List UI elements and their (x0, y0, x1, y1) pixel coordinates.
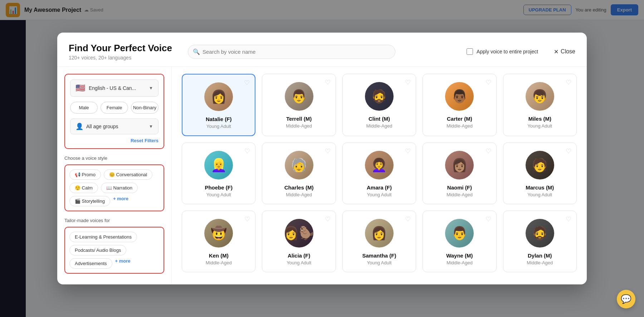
tailor-label: Tailor-made voices for (64, 218, 164, 223)
voice-name: Ken (M) (188, 253, 249, 259)
voice-card-natalie[interactable]: ♡ 👩 Natalie (F) Young Adult (182, 74, 255, 136)
tailor-podcasts-button[interactable]: Podcasts/ Audio Blogs (69, 245, 126, 255)
avatar: 👨🏾 (445, 82, 474, 111)
modal-subtitle: 120+ voices, 20+ languages (69, 55, 172, 61)
voice-style-section: Choose a voice style 📢 Promo 😊 Conversat… (64, 155, 164, 211)
tailor-ads-button[interactable]: Advertisements (69, 258, 112, 269)
age-dropdown[interactable]: 👤 All age groups ▼ (70, 119, 158, 134)
voice-card-phoebe[interactable]: ♡ 👱‍♀️ Phoebe (F) Young Adult (182, 143, 255, 204)
favorite-icon[interactable]: ♡ (325, 78, 331, 86)
voice-card-amara[interactable]: ♡ 👩‍🦱 Amara (F) Young Adult (342, 143, 416, 204)
voice-card-carter[interactable]: ♡ 👨🏾 Carter (M) Middle-Aged (423, 74, 496, 136)
style-storytelling-button[interactable]: 🎬 Storytelling (69, 196, 110, 206)
search-bar: 🔍 (188, 45, 395, 59)
favorite-icon[interactable]: ♡ (486, 147, 491, 155)
apply-voice-block: Apply voice to entire project (467, 48, 538, 55)
tailor-more-link[interactable]: + more (115, 258, 131, 269)
voice-age: Middle-Aged (429, 260, 490, 265)
language-label: English - US & Can... (89, 85, 145, 91)
style-more-link[interactable]: + more (113, 196, 128, 206)
style-tags: 📢 Promo 😊 Conversational 😌 Calm 📖 Narrat… (69, 169, 159, 206)
language-dropdown[interactable]: 🇺🇸 English - US & Can... ▼ (70, 80, 158, 97)
style-narration-button[interactable]: 📖 Narration (101, 183, 138, 193)
voice-name: Charles (M) (268, 184, 330, 191)
gender-male-button[interactable]: Male (70, 102, 98, 114)
style-promo-button[interactable]: 📢 Promo (69, 169, 101, 180)
avatar: 👨 (285, 82, 313, 111)
search-input[interactable] (188, 45, 395, 59)
voice-age: Young Adult (348, 192, 410, 197)
favorite-icon[interactable]: ♡ (244, 79, 250, 87)
filter-section: 🇺🇸 English - US & Can... ▼ Male Female N… (64, 74, 164, 149)
voice-card-charles[interactable]: ♡ 🧓 Charles (M) Middle-Aged (262, 143, 336, 204)
voice-card-marcus[interactable]: ♡ 🧑 Marcus (M) Young Adult (503, 143, 577, 204)
voice-style-label: Choose a voice style (64, 155, 164, 161)
avatar: 👩 (365, 219, 394, 248)
voice-age: Young Adult (268, 260, 330, 265)
voice-age: Middle-Aged (268, 192, 330, 197)
voices-grid: ♡ 👩 Natalie (F) Young Adult ♡ 👨 Terrell … (172, 67, 587, 284)
voice-name: Dylan (M) (509, 253, 571, 259)
avatar: 👩🏽 (445, 151, 474, 179)
gender-filters: Male Female Non-Binary (70, 102, 158, 114)
avatar: 🧑 (526, 151, 554, 179)
favorite-icon[interactable]: ♡ (325, 215, 331, 223)
tailor-elearning-button[interactable]: E-Learning & Presentations (69, 232, 137, 242)
gender-female-button[interactable]: Female (101, 102, 128, 114)
style-conversational-button[interactable]: 😊 Conversational (104, 169, 152, 180)
voice-card-clint[interactable]: ♡ 🧔 Clint (M) Middle-Aged (342, 74, 416, 136)
chat-bubble[interactable]: 💬 (617, 290, 635, 308)
left-panel: 🇺🇸 English - US & Can... ▼ Male Female N… (57, 67, 172, 284)
favorite-icon[interactable]: ♡ (244, 215, 250, 223)
favorite-icon[interactable]: ♡ (486, 215, 491, 223)
voice-name: Amara (F) (348, 184, 410, 191)
voice-name: Terrell (M) (268, 116, 330, 122)
avatar: 👱‍♀️ (204, 151, 233, 179)
voice-age: Middle-Aged (188, 260, 249, 265)
avatar: 👩 (204, 82, 233, 111)
voice-card-miles[interactable]: ♡ 👦 Miles (M) Young Adult (503, 74, 577, 136)
tailor-tags-box: E-Learning & Presentations Podcasts/ Aud… (64, 227, 164, 274)
voice-age: Middle-Aged (429, 192, 490, 197)
favorite-icon[interactable]: ♡ (566, 147, 571, 155)
age-chevron-icon: ▼ (149, 124, 153, 129)
favorite-icon[interactable]: ♡ (566, 215, 571, 223)
voice-card-alicia[interactable]: ♡ 👩‍🦫 Alicia (F) Young Adult (262, 211, 336, 272)
voice-age: Young Adult (188, 192, 249, 197)
avatar: 🧔 (526, 219, 554, 248)
modal-title-block: Find Your Perfect Voice 120+ voices, 20+… (69, 43, 172, 61)
voice-age: Young Adult (509, 192, 571, 197)
voice-card-wayne[interactable]: ♡ 👨 Wayne (M) Middle-Aged (423, 211, 496, 272)
style-tags-box: 📢 Promo 😊 Conversational 😌 Calm 📖 Narrat… (64, 164, 164, 211)
favorite-icon[interactable]: ♡ (325, 147, 331, 155)
voice-card-terrell[interactable]: ♡ 👨 Terrell (M) Middle-Aged (262, 74, 336, 136)
modal-overlay: Find Your Perfect Voice 120+ voices, 20+… (0, 0, 644, 317)
avatar: 🧔 (365, 82, 394, 111)
reset-filters-link[interactable]: Reset Filters (70, 138, 158, 143)
favorite-icon[interactable]: ♡ (244, 147, 250, 155)
voice-age: Young Adult (509, 123, 571, 129)
voice-card-naomi[interactable]: ♡ 👩🏽 Naomi (F) Middle-Aged (423, 143, 496, 204)
favorite-icon[interactable]: ♡ (405, 78, 411, 86)
gender-nonbinary-button[interactable]: Non-Binary (131, 102, 158, 114)
voice-age: Middle-Aged (348, 123, 410, 129)
close-button[interactable]: ✕ Close (554, 48, 575, 55)
favorite-icon[interactable]: ♡ (405, 147, 411, 155)
voice-card-ken[interactable]: ♡ 🤠 Ken (M) Middle-Aged (182, 211, 255, 272)
voice-name: Clint (M) (348, 116, 410, 122)
favorite-icon[interactable]: ♡ (566, 78, 571, 86)
favorite-icon[interactable]: ♡ (405, 215, 411, 223)
voice-age: Middle-Aged (268, 123, 330, 129)
apply-voice-checkbox[interactable] (467, 48, 473, 55)
avatar: 👦 (526, 82, 554, 111)
voice-name: Natalie (F) (188, 116, 249, 122)
voice-card-samantha[interactable]: ♡ 👩 Samantha (F) Young Adult (342, 211, 416, 272)
voice-picker-modal: Find Your Perfect Voice 120+ voices, 20+… (57, 33, 587, 284)
voice-name: Wayne (M) (429, 253, 490, 259)
voice-card-dylan[interactable]: ♡ 🧔 Dylan (M) Middle-Aged (503, 211, 577, 272)
flag-icon: 🇺🇸 (75, 83, 85, 93)
tailor-tags: E-Learning & Presentations Podcasts/ Aud… (69, 232, 159, 269)
favorite-icon[interactable]: ♡ (486, 78, 491, 86)
style-calm-button[interactable]: 😌 Calm (69, 183, 98, 193)
search-icon: 🔍 (193, 48, 200, 55)
